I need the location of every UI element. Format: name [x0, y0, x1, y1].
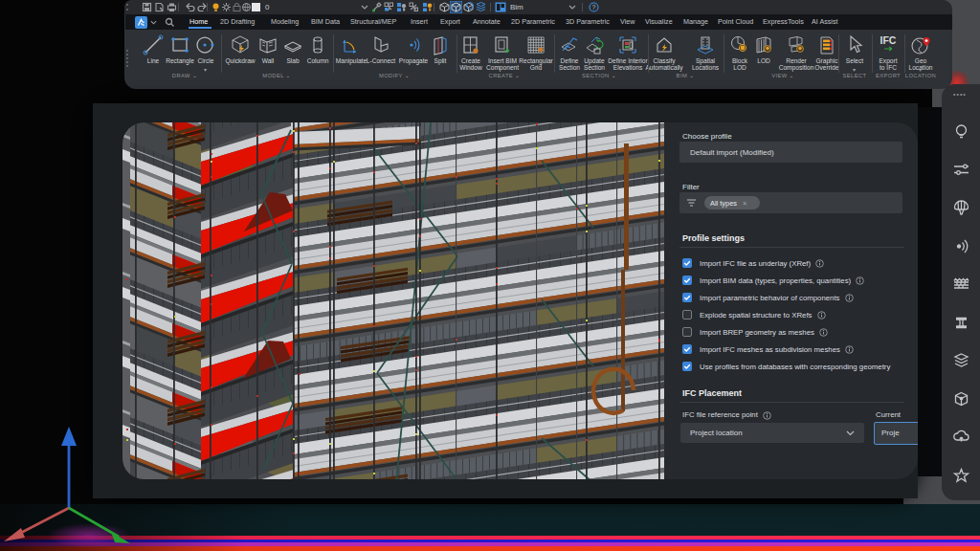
svg-text:IFC: IFC	[880, 34, 897, 46]
svg-text:?: ?	[592, 4, 596, 11]
